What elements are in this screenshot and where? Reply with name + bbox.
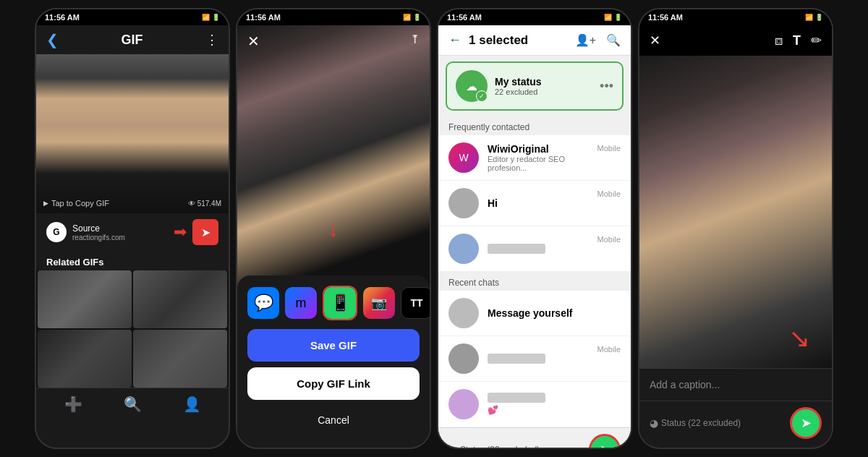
dots-menu[interactable]: ⋮ [205, 32, 218, 48]
copy-gif-link-button[interactable]: Copy GIF Link [247, 367, 420, 400]
search-icon-3[interactable]: 🔍 [606, 33, 621, 47]
frequently-contacted-label: Frequently contacted [438, 116, 631, 135]
whatsapp-highlighted-container: 📱 [323, 286, 357, 320]
time-1: 11:56 AM [45, 13, 80, 22]
search-nav-icon[interactable]: 🔍 [124, 396, 142, 413]
contact-self-name: Message yourself [488, 307, 621, 319]
phone2-bg: ✕ ⤒ ↓ 💬 m 📱 📷 TT f ••• Save GIF Copy GI [237, 25, 430, 445]
save-gif-button[interactable]: Save GIF [247, 329, 420, 362]
share-messages-icon[interactable]: 💬 [247, 287, 279, 319]
phone3-header: ← 1 selected 👤+ 🔍 [438, 25, 631, 56]
mystatus-excluded: 22 excluded [495, 87, 592, 96]
share-icon[interactable]: ➤ [192, 219, 218, 245]
selected-icons: 👤+ 🔍 [575, 33, 621, 47]
recent-chats-label: Recent chats [438, 272, 631, 291]
phone4-content: ✕ ⧈ T ✏ ↘ Add a caption... ◕ Status (22 … [639, 25, 832, 445]
contact-wiwi-info: WiwiOriginal Editor y redactor SEO profe… [488, 143, 589, 172]
phone4-footer-text: ◕ Status (22 excluded) [650, 417, 741, 429]
gif-thumb-2[interactable] [133, 270, 227, 328]
phone4-header: ✕ ⧈ T ✏ [639, 25, 832, 56]
contact-emoji[interactable]: 💕 [438, 382, 631, 427]
contact-emoji-avatar [448, 389, 479, 419]
share-whatsapp-icon[interactable]: 📱 [324, 287, 356, 319]
contact-wiwi-sub: Editor y redactor SEO profesion... [488, 155, 589, 172]
contact-blur-1-type: Mobile [597, 235, 621, 244]
status-bar-1: 11:56 AM 📶 🔋 [36, 9, 229, 25]
source-label: Source [72, 223, 125, 234]
phone1-bottom-nav: ➕ 🔍 👤 [36, 388, 229, 420]
selected-count: 1 selected [469, 33, 568, 48]
contact-emoji-name [488, 393, 545, 403]
gif-views: 👁 517.4M [188, 200, 221, 208]
status-bar-3: 11:56 AM 📶 🔋 [438, 9, 631, 25]
phone-2: 11:56 AM 📶 🔋 ✕ ⤒ ↓ 💬 m 📱 📷 TT f [236, 8, 431, 449]
share-instagram-icon[interactable]: 📷 [363, 287, 395, 319]
phone-4: 11:56 AM 📶 🔋 ✕ ⧈ T ✏ ↘ Add a caption... … [638, 8, 833, 449]
profile-nav-icon[interactable]: 👤 [183, 396, 201, 413]
crop-icon[interactable]: ⧈ [775, 33, 783, 48]
status-icons-1: 📶 🔋 [202, 14, 220, 21]
status-bar-2: 11:56 AM 📶 🔋 [237, 9, 430, 25]
status-icons-3: 📶 🔋 [604, 14, 622, 21]
contact-blur-1-name [488, 244, 545, 254]
gif-thumb-3[interactable] [38, 330, 132, 388]
share-messenger-icon[interactable]: m [285, 287, 317, 319]
phone4-send-button[interactable]: ➤ [790, 407, 822, 439]
contact-blur-1-info [488, 244, 589, 254]
contact-blur-1-avatar [448, 234, 479, 264]
add-nav-icon[interactable]: ➕ [64, 396, 82, 413]
mystatus-check: ✓ [476, 90, 488, 102]
phone4-red-arrow: ↘ [788, 323, 810, 354]
gif-thumb-1[interactable] [38, 270, 132, 328]
text-icon[interactable]: T [793, 33, 801, 48]
red-arrow-left: ➡ [174, 223, 187, 242]
share-tiktok-icon[interactable]: TT [401, 287, 430, 319]
contact-mobile-1-type: Mobile [597, 345, 621, 354]
phone3-send-button[interactable]: ➤ [589, 434, 621, 449]
time-4: 11:56 AM [648, 13, 683, 22]
phone4-video: ↘ [639, 56, 832, 368]
phone4-footer: ◕ Status (22 excluded) ➤ [639, 401, 832, 445]
cancel-button[interactable]: Cancel [247, 406, 420, 435]
back-arrow-3[interactable]: ← [448, 33, 461, 48]
status-icons-4: 📶 🔋 [805, 14, 823, 21]
red-arrow-down: ↓ [328, 215, 339, 242]
contact-mobile-1-avatar [448, 343, 479, 374]
mystatus-more[interactable]: ••• [600, 79, 613, 94]
phone2-share-icon[interactable]: ⤒ [410, 33, 420, 46]
contact-wiwi-type: Mobile [597, 144, 621, 153]
phone4-header-icons: ⧈ T ✏ [775, 33, 822, 48]
phone3-footer-text: ◕ Status (22 excluded) [448, 444, 540, 449]
contact-avatar-wiwi: W [448, 142, 479, 173]
contact-blur-1[interactable]: Mobile [438, 226, 631, 272]
pencil-icon[interactable]: ✏ [811, 33, 822, 48]
contact-hi-info: Hi [488, 197, 589, 209]
contact-self-info: Message yourself [488, 307, 621, 319]
contact-emoji-info: 💕 [488, 393, 621, 416]
source-bar: G Source reactiongifs.com ➡ ➤ [36, 213, 229, 251]
contact-mobile-1[interactable]: Mobile [438, 336, 631, 382]
close-icon-4[interactable]: ✕ [650, 33, 660, 48]
mystatus-name: My status [495, 76, 592, 87]
contact-wiwi-name: WiwiOriginal [488, 143, 589, 155]
phone4-caption-input[interactable]: Add a caption... [639, 368, 832, 401]
contact-hi-name: Hi [488, 197, 589, 209]
add-contact-icon[interactable]: 👤+ [575, 33, 596, 47]
mystatus-text: My status 22 excluded [495, 76, 592, 96]
gif-main-image: ▶ Tap to Copy GIF 👁 517.4M [36, 54, 229, 213]
share-apps-row: 💬 m 📱 📷 TT f ••• [247, 286, 420, 320]
contact-wiwi[interactable]: W WiwiOriginal Editor y redactor SEO pro… [438, 135, 631, 181]
contact-self[interactable]: Message yourself [438, 291, 631, 336]
back-icon[interactable]: ❮ [46, 31, 59, 48]
status-icons-2: 📶 🔋 [403, 14, 421, 21]
phone3-footer: ◕ Status (22 excluded) ➤ [438, 427, 631, 449]
mystatus-card[interactable]: ☁ ✓ My status 22 excluded ••• [446, 61, 624, 111]
status-bar-4: 11:56 AM 📶 🔋 [639, 9, 832, 25]
related-gifs-label: Related GIFs [36, 251, 229, 270]
contact-hi[interactable]: Hi Mobile [438, 181, 631, 226]
close-icon[interactable]: ✕ [247, 33, 260, 50]
phones-container: 11:56 AM 📶 🔋 ❮ GIF ⋮ ▶ Tap to Copy GIF 👁… [0, 4, 868, 453]
gif-thumb-4[interactable] [133, 330, 227, 388]
source-info: G Source reactiongifs.com [46, 222, 125, 242]
contact-mobile-1-name [488, 354, 545, 364]
